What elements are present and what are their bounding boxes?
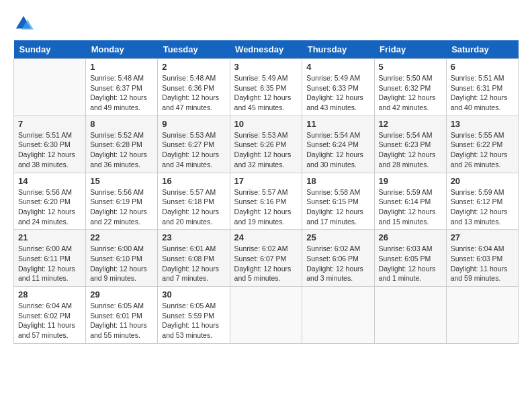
day-info: Sunrise: 6:00 AM Sunset: 6:10 PM Dayligh… (90, 244, 153, 283)
day-info: Sunrise: 5:53 AM Sunset: 6:27 PM Dayligh… (162, 130, 225, 170)
day-cell: 29Sunrise: 6:05 AM Sunset: 6:01 PM Dayli… (86, 287, 158, 344)
day-info: Sunrise: 5:57 AM Sunset: 6:18 PM Dayligh… (162, 187, 225, 227)
week-row-3: 14Sunrise: 5:56 AM Sunset: 6:20 PM Dayli… (14, 173, 519, 230)
day-number: 2 (162, 62, 225, 72)
day-number: 9 (162, 119, 225, 129)
day-cell: 15Sunrise: 5:56 AM Sunset: 6:19 PM Dayli… (86, 173, 158, 230)
day-number: 23 (162, 232, 225, 242)
day-cell: 3Sunrise: 5:49 AM Sunset: 6:35 PM Daylig… (230, 59, 302, 116)
day-info: Sunrise: 5:51 AM Sunset: 6:30 PM Dayligh… (18, 130, 81, 170)
day-number: 3 (234, 62, 298, 72)
week-row-2: 7Sunrise: 5:51 AM Sunset: 6:30 PM Daylig… (14, 116, 519, 173)
day-info: Sunrise: 5:54 AM Sunset: 6:23 PM Dayligh… (379, 130, 442, 170)
day-cell: 16Sunrise: 5:57 AM Sunset: 6:18 PM Dayli… (158, 173, 230, 230)
day-number: 24 (234, 232, 298, 242)
day-header-saturday: Saturday (446, 40, 518, 59)
day-number: 5 (379, 62, 442, 72)
day-number: 11 (306, 119, 369, 129)
day-info: Sunrise: 5:51 AM Sunset: 6:31 PM Dayligh… (451, 73, 514, 113)
day-cell (14, 59, 86, 116)
day-cell: 30Sunrise: 6:05 AM Sunset: 5:59 PM Dayli… (158, 287, 230, 344)
day-info: Sunrise: 5:59 AM Sunset: 6:12 PM Dayligh… (451, 187, 514, 227)
day-cell: 8Sunrise: 5:52 AM Sunset: 6:28 PM Daylig… (86, 116, 158, 173)
day-cell: 4Sunrise: 5:49 AM Sunset: 6:33 PM Daylig… (302, 59, 374, 116)
day-number: 19 (379, 176, 442, 186)
day-cell: 7Sunrise: 5:51 AM Sunset: 6:30 PM Daylig… (14, 116, 86, 173)
day-cell: 1Sunrise: 5:48 AM Sunset: 6:37 PM Daylig… (86, 59, 158, 116)
day-header-monday: Monday (86, 40, 158, 59)
day-info: Sunrise: 5:49 AM Sunset: 6:33 PM Dayligh… (306, 73, 369, 113)
day-info: Sunrise: 5:53 AM Sunset: 6:26 PM Dayligh… (234, 130, 298, 170)
day-cell: 2Sunrise: 5:48 AM Sunset: 6:36 PM Daylig… (158, 59, 230, 116)
day-number: 12 (379, 119, 442, 129)
day-cell: 17Sunrise: 5:57 AM Sunset: 6:16 PM Dayli… (230, 173, 302, 230)
day-number: 16 (162, 176, 225, 186)
day-cell: 25Sunrise: 6:02 AM Sunset: 6:06 PM Dayli… (302, 230, 374, 287)
day-cell: 6Sunrise: 5:51 AM Sunset: 6:31 PM Daylig… (446, 59, 518, 116)
day-info: Sunrise: 6:00 AM Sunset: 6:11 PM Dayligh… (18, 244, 81, 283)
day-info: Sunrise: 5:48 AM Sunset: 6:36 PM Dayligh… (162, 73, 225, 113)
day-info: Sunrise: 6:04 AM Sunset: 6:02 PM Dayligh… (18, 301, 81, 340)
day-cell: 22Sunrise: 6:00 AM Sunset: 6:10 PM Dayli… (86, 230, 158, 287)
day-cell: 9Sunrise: 5:53 AM Sunset: 6:27 PM Daylig… (158, 116, 230, 173)
day-header-tuesday: Tuesday (158, 40, 230, 59)
day-number: 15 (90, 176, 153, 186)
day-info: Sunrise: 6:02 AM Sunset: 6:07 PM Dayligh… (234, 244, 298, 283)
day-info: Sunrise: 5:56 AM Sunset: 6:19 PM Dayligh… (90, 187, 153, 227)
day-number: 28 (18, 289, 81, 300)
day-cell (374, 287, 446, 344)
day-number: 30 (162, 289, 225, 300)
week-row-4: 21Sunrise: 6:00 AM Sunset: 6:11 PM Dayli… (14, 230, 519, 287)
day-number: 6 (451, 62, 514, 72)
day-header-friday: Friday (374, 40, 446, 59)
page-header (13, 13, 519, 34)
day-info: Sunrise: 6:02 AM Sunset: 6:06 PM Dayligh… (306, 244, 369, 283)
day-info: Sunrise: 6:03 AM Sunset: 6:05 PM Dayligh… (379, 244, 442, 283)
day-info: Sunrise: 5:48 AM Sunset: 6:37 PM Dayligh… (90, 73, 153, 113)
day-info: Sunrise: 6:05 AM Sunset: 5:59 PM Dayligh… (162, 301, 225, 340)
day-cell: 5Sunrise: 5:50 AM Sunset: 6:32 PM Daylig… (374, 59, 446, 116)
week-row-1: 1Sunrise: 5:48 AM Sunset: 6:37 PM Daylig… (14, 59, 519, 116)
day-number: 29 (90, 289, 153, 300)
day-number: 20 (451, 176, 514, 186)
day-header-sunday: Sunday (14, 40, 86, 59)
day-cell: 10Sunrise: 5:53 AM Sunset: 6:26 PM Dayli… (230, 116, 302, 173)
day-header-thursday: Thursday (302, 40, 374, 59)
day-cell: 23Sunrise: 6:01 AM Sunset: 6:08 PM Dayli… (158, 230, 230, 287)
day-cell: 20Sunrise: 5:59 AM Sunset: 6:12 PM Dayli… (446, 173, 518, 230)
day-info: Sunrise: 5:54 AM Sunset: 6:24 PM Dayligh… (306, 130, 369, 170)
day-number: 18 (306, 176, 369, 186)
day-cell: 12Sunrise: 5:54 AM Sunset: 6:23 PM Dayli… (374, 116, 446, 173)
day-cell: 24Sunrise: 6:02 AM Sunset: 6:07 PM Dayli… (230, 230, 302, 287)
day-number: 25 (306, 232, 369, 242)
day-cell: 28Sunrise: 6:04 AM Sunset: 6:02 PM Dayli… (14, 287, 86, 344)
week-row-5: 28Sunrise: 6:04 AM Sunset: 6:02 PM Dayli… (14, 287, 519, 344)
day-number: 26 (379, 232, 442, 242)
day-number: 21 (18, 232, 81, 242)
day-number: 10 (234, 119, 298, 129)
day-number: 8 (90, 119, 153, 129)
day-info: Sunrise: 6:05 AM Sunset: 6:01 PM Dayligh… (90, 301, 153, 340)
day-info: Sunrise: 5:58 AM Sunset: 6:15 PM Dayligh… (306, 187, 369, 227)
day-info: Sunrise: 5:55 AM Sunset: 6:22 PM Dayligh… (451, 130, 514, 170)
day-cell: 13Sunrise: 5:55 AM Sunset: 6:22 PM Dayli… (446, 116, 518, 173)
logo-icon (13, 13, 34, 34)
day-number: 22 (90, 232, 153, 242)
day-number: 17 (234, 176, 298, 186)
calendar-table: SundayMondayTuesdayWednesdayThursdayFrid… (13, 40, 519, 344)
day-cell (446, 287, 518, 344)
day-cell: 19Sunrise: 5:59 AM Sunset: 6:14 PM Dayli… (374, 173, 446, 230)
day-number: 27 (451, 232, 514, 242)
day-header-wednesday: Wednesday (230, 40, 302, 59)
header-row: SundayMondayTuesdayWednesdayThursdayFrid… (14, 40, 519, 59)
day-info: Sunrise: 5:57 AM Sunset: 6:16 PM Dayligh… (234, 187, 298, 227)
day-number: 4 (306, 62, 369, 72)
logo (13, 13, 36, 34)
day-cell: 21Sunrise: 6:00 AM Sunset: 6:11 PM Dayli… (14, 230, 86, 287)
day-cell: 27Sunrise: 6:04 AM Sunset: 6:03 PM Dayli… (446, 230, 518, 287)
day-info: Sunrise: 5:52 AM Sunset: 6:28 PM Dayligh… (90, 130, 153, 170)
day-cell: 18Sunrise: 5:58 AM Sunset: 6:15 PM Dayli… (302, 173, 374, 230)
day-number: 1 (90, 62, 153, 72)
day-info: Sunrise: 6:04 AM Sunset: 6:03 PM Dayligh… (451, 244, 514, 283)
day-cell (230, 287, 302, 344)
